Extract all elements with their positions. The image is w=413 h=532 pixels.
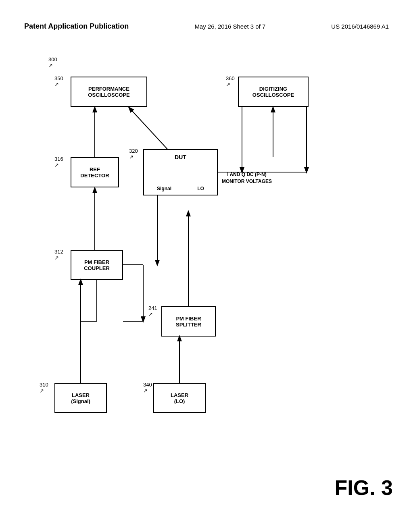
monitor-label: I AND Q DC (P-N) MONITOR VOLTAGES xyxy=(222,171,272,185)
figure-label: FIG. 3 xyxy=(335,476,393,500)
ref-316: 316↗ xyxy=(54,156,63,168)
laser-lo-box: LASER (LO) xyxy=(153,383,206,413)
page-header: Patent Application Publication May 26, 2… xyxy=(0,22,413,31)
digit-oscilloscope-box: DIGITIZING OSCILLOSCOPE xyxy=(238,77,309,107)
patent-number: US 2016/0146869 A1 xyxy=(331,23,389,30)
ref-300: 300↗ xyxy=(48,56,57,69)
ref-312: 312↗ xyxy=(54,249,63,261)
signal-label: Signal xyxy=(157,186,171,191)
patent-page: Patent Application Publication May 26, 2… xyxy=(0,0,413,532)
svg-line-1 xyxy=(129,108,167,149)
ref-detector-box: REF DETECTOR xyxy=(71,157,119,187)
ref-350: 350↗ xyxy=(54,75,63,87)
sheet-info: May 26, 2016 Sheet 3 of 7 xyxy=(194,23,265,30)
pm-splitter-box: PM FIBER SPLITTER xyxy=(161,306,216,337)
laser-signal-box: LASER (Signal) xyxy=(54,383,107,413)
diagram-area: 300↗ PERFORMANCE OSCILLOSCOPE 350↗ DIGIT… xyxy=(24,52,389,508)
publication-label: Patent Application Publication xyxy=(24,22,129,31)
ref-320: 320↗ xyxy=(129,148,138,160)
ref-241: 241↗ xyxy=(148,305,157,317)
lo-label: LO xyxy=(197,186,204,191)
perf-oscilloscope-box: PERFORMANCE OSCILLOSCOPE xyxy=(71,77,147,107)
diagram-lines xyxy=(24,52,389,508)
pm-coupler-box: PM FIBER COUPLER xyxy=(71,250,123,280)
dut-box: DUT Signal LO xyxy=(143,149,218,195)
ref-340: 340↗ xyxy=(143,382,152,394)
ref-360: 360↗ xyxy=(226,75,235,87)
ref-310: 310↗ xyxy=(40,382,48,394)
